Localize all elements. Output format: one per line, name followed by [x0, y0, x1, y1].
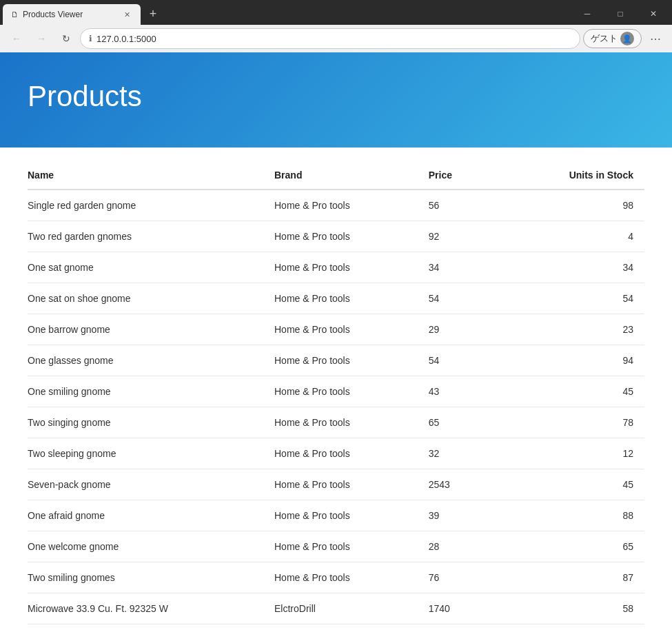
cell-stock: 45 — [521, 376, 644, 407]
table-body: Single red garden gnomeHome & Pro tools5… — [28, 190, 644, 624]
refresh-button[interactable]: ↻ — [55, 28, 77, 50]
page-header: Products — [0, 52, 672, 147]
cell-brand: Home & Pro tools — [274, 345, 429, 376]
cell-name: Microwave 33.9 Cu. Ft. 92325 W — [28, 593, 274, 624]
products-table-container: Name Brand Price Units in Stock Single r… — [0, 147, 672, 632]
cell-name: One sat on shoe gnome — [28, 283, 274, 314]
cell-name: One barrow gnome — [28, 314, 274, 345]
cell-price: 43 — [429, 376, 521, 407]
cell-stock: 98 — [521, 190, 644, 221]
cell-brand: Home & Pro tools — [274, 531, 429, 562]
cell-name: Seven-pack gnome — [28, 469, 274, 500]
cell-price: 29 — [429, 314, 521, 345]
table-row: Single red garden gnomeHome & Pro tools5… — [28, 190, 644, 221]
cell-stock: 23 — [521, 314, 644, 345]
table-row: Two singing gnomeHome & Pro tools6578 — [28, 407, 644, 438]
page-title: Products — [28, 80, 644, 113]
user-avatar-icon: 👤 — [620, 32, 634, 45]
table-row: Two smiling gnomesHome & Pro tools7687 — [28, 562, 644, 593]
cell-price: 92 — [429, 221, 521, 252]
guest-button[interactable]: ゲスト 👤 — [583, 29, 642, 48]
column-header-name: Name — [28, 161, 274, 190]
tab-icon: 🗋 — [11, 10, 19, 19]
cell-price: 54 — [429, 345, 521, 376]
cell-name: Two sleeping gnome — [28, 438, 274, 469]
cell-name: Two smiling gnomes — [28, 562, 274, 593]
cell-brand: Home & Pro tools — [274, 407, 429, 438]
cell-stock: 88 — [521, 500, 644, 531]
browser-menu-button[interactable]: ⋯ — [644, 28, 666, 50]
cell-stock: 87 — [521, 562, 644, 593]
address-input[interactable]: 127.0.0.1:5000 — [96, 34, 571, 44]
table-row: Microwave 33.9 Cu. Ft. 92325 WElctroDril… — [28, 593, 644, 624]
cell-stock: 54 — [521, 283, 644, 314]
cell-name: One sat gnome — [28, 252, 274, 283]
table-row: Two red garden gnomesHome & Pro tools924 — [28, 221, 644, 252]
cell-brand: Home & Pro tools — [274, 562, 429, 593]
cell-name: Single red garden gnome — [28, 190, 274, 221]
window-controls: ─ □ ✕ — [571, 3, 669, 25]
column-header-brand: Brand — [274, 161, 429, 190]
cell-brand: Home & Pro tools — [274, 283, 429, 314]
cell-price: 34 — [429, 252, 521, 283]
tab-title: Products Viewer — [23, 10, 83, 19]
tab-close-button[interactable]: ✕ — [121, 9, 132, 20]
cell-brand: Home & Pro tools — [274, 221, 429, 252]
cell-price: 65 — [429, 407, 521, 438]
table-header: Name Brand Price Units in Stock — [28, 161, 644, 190]
cell-name: Two singing gnome — [28, 407, 274, 438]
table-row: One glasses gnomeHome & Pro tools5494 — [28, 345, 644, 376]
cell-price: 76 — [429, 562, 521, 593]
active-tab[interactable]: 🗋 Products Viewer ✕ — [3, 4, 141, 25]
minimize-button[interactable]: ─ — [571, 3, 603, 25]
cell-brand: Home & Pro tools — [274, 376, 429, 407]
cell-price: 32 — [429, 438, 521, 469]
cell-brand: Home & Pro tools — [274, 190, 429, 221]
cell-brand: Home & Pro tools — [274, 438, 429, 469]
column-header-stock: Units in Stock — [521, 161, 644, 190]
tab-bar: 🗋 Products Viewer ✕ + ─ □ ✕ — [0, 0, 672, 25]
cell-price: 54 — [429, 283, 521, 314]
guest-label: ゲスト — [591, 32, 618, 45]
cell-brand: Home & Pro tools — [274, 500, 429, 531]
back-button[interactable]: ← — [6, 28, 28, 50]
cell-stock: 12 — [521, 438, 644, 469]
table-row: One sat gnomeHome & Pro tools3434 — [28, 252, 644, 283]
cell-stock: 45 — [521, 469, 644, 500]
table-row: One barrow gnomeHome & Pro tools2923 — [28, 314, 644, 345]
maximize-button[interactable]: □ — [604, 3, 636, 25]
cell-brand: ElctroDrill — [274, 593, 429, 624]
close-button[interactable]: ✕ — [638, 3, 669, 25]
cell-stock: 34 — [521, 252, 644, 283]
cell-name: One glasses gnome — [28, 345, 274, 376]
table-row: Seven-pack gnomeHome & Pro tools254345 — [28, 469, 644, 500]
table-header-row: Name Brand Price Units in Stock — [28, 161, 644, 190]
address-lock-icon: ℹ — [89, 34, 92, 43]
cell-stock: 4 — [521, 221, 644, 252]
cell-price: 1740 — [429, 593, 521, 624]
table-row: One smiling gnomeHome & Pro tools4345 — [28, 376, 644, 407]
cell-name: One afraid gnome — [28, 500, 274, 531]
navigation-bar: ← → ↻ ℹ 127.0.0.1:5000 ゲスト 👤 ⋯ — [0, 25, 672, 52]
cell-stock: 65 — [521, 531, 644, 562]
cell-price: 28 — [429, 531, 521, 562]
new-tab-button[interactable]: + — [143, 4, 163, 23]
table-row: One afraid gnomeHome & Pro tools3988 — [28, 500, 644, 531]
table-row: One sat on shoe gnomeHome & Pro tools545… — [28, 283, 644, 314]
table-row: One welcome gnomeHome & Pro tools2865 — [28, 531, 644, 562]
cell-price: 56 — [429, 190, 521, 221]
column-header-price: Price — [429, 161, 521, 190]
address-bar[interactable]: ℹ 127.0.0.1:5000 — [80, 28, 580, 49]
cell-price: 2543 — [429, 469, 521, 500]
cell-name: Two red garden gnomes — [28, 221, 274, 252]
forward-button[interactable]: → — [30, 28, 52, 50]
cell-price: 39 — [429, 500, 521, 531]
cell-name: One welcome gnome — [28, 531, 274, 562]
cell-stock: 58 — [521, 593, 644, 624]
cell-stock: 78 — [521, 407, 644, 438]
cell-name: One smiling gnome — [28, 376, 274, 407]
cell-brand: Home & Pro tools — [274, 469, 429, 500]
cell-stock: 94 — [521, 345, 644, 376]
cell-brand: Home & Pro tools — [274, 252, 429, 283]
cell-brand: Home & Pro tools — [274, 314, 429, 345]
